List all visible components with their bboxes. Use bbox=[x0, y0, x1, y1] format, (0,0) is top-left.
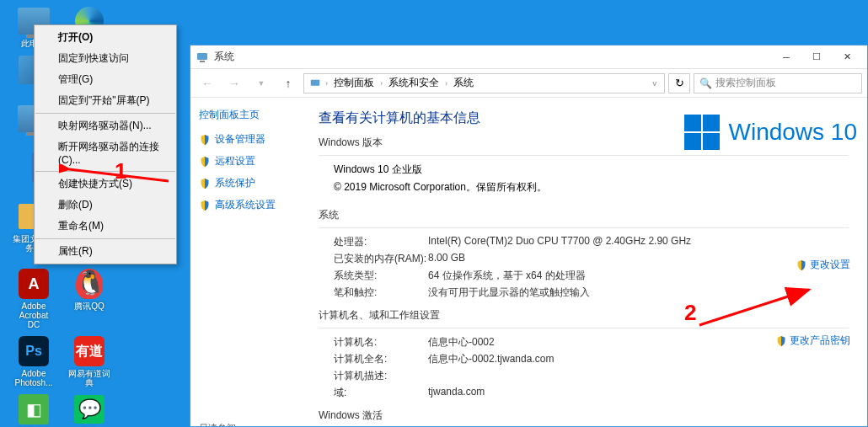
menu-item[interactable]: 删除(D) bbox=[35, 195, 176, 216]
change-settings-link[interactable]: 更改设置 bbox=[796, 258, 850, 272]
info-row: 处理器:Intel(R) Core(TM)2 Duo CPU T7700 @ 2… bbox=[334, 235, 849, 249]
separator bbox=[35, 238, 175, 239]
section-computer-name: 计算机名、域和工作组设置 bbox=[319, 308, 849, 323]
address-bar[interactable]: › 控制面板 › 系统和安全 › 系统 v bbox=[303, 73, 665, 93]
menu-item[interactable]: 创建快捷方式(S) bbox=[35, 173, 176, 195]
qq-icon bbox=[72, 267, 106, 301]
menu-item[interactable]: 属性(R) bbox=[35, 241, 176, 262]
nav-link[interactable]: 设备管理器 bbox=[199, 132, 292, 147]
breadcrumb-seg[interactable]: 系统 bbox=[452, 76, 475, 90]
svg-rect-0 bbox=[197, 53, 207, 60]
minimize-button[interactable]: ─ bbox=[771, 47, 801, 67]
refresh-button[interactable]: ↻ bbox=[668, 73, 690, 93]
shield-icon bbox=[775, 335, 787, 347]
separator bbox=[35, 113, 175, 114]
info-row: 计算机全名:信息中心-0002.tjwanda.com bbox=[334, 352, 849, 366]
close-button[interactable]: ✕ bbox=[832, 47, 862, 67]
menu-item[interactable]: 映射网络驱动器(N)... bbox=[35, 115, 176, 136]
content-area: 查看有关计算机的基本信息 Windows 版本 Windows 10 企业版 ©… bbox=[300, 98, 867, 426]
windows-logo-text: Windows 10 bbox=[728, 119, 857, 146]
icon-label: Adobe Acrobat DC bbox=[13, 302, 55, 329]
ps-icon: Ps bbox=[17, 334, 51, 368]
shield-icon bbox=[199, 200, 211, 211]
search-icon: 🔍 bbox=[699, 77, 712, 89]
info-row: 笔和触控:没有可用于此显示器的笔或触控输入 bbox=[334, 286, 849, 300]
search-placeholder: 搜索控制面板 bbox=[715, 76, 776, 90]
breadcrumb-seg[interactable]: 控制面板 bbox=[332, 76, 376, 90]
window-title: 系统 bbox=[214, 50, 771, 64]
menu-item[interactable]: 固定到快速访问 bbox=[35, 48, 176, 69]
shield-icon bbox=[199, 134, 211, 146]
dropdown-icon[interactable]: v bbox=[651, 79, 660, 88]
system-icon bbox=[196, 51, 209, 64]
windows-logo: Windows 10 bbox=[684, 115, 857, 150]
nav-link[interactable]: 远程设置 bbox=[199, 154, 292, 168]
shield-icon bbox=[796, 259, 807, 271]
icon-label: Adobe Photosh... bbox=[13, 369, 55, 387]
shield-icon bbox=[199, 178, 211, 189]
section-activation: Windows 激活 bbox=[319, 408, 849, 423]
desktop-icon[interactable]: 有道网易有道词典 bbox=[68, 334, 110, 387]
shield-icon bbox=[199, 156, 211, 168]
section-system: 系统 bbox=[319, 208, 849, 222]
menu-item[interactable]: 固定到"开始"屏幕(P) bbox=[35, 90, 176, 111]
toolbar: ← → ▼ ↑ › 控制面板 › 系统和安全 › 系统 v ↻ 🔍 搜索控制面板 bbox=[190, 69, 867, 98]
yd-icon: 有道 bbox=[72, 334, 106, 368]
window-body: 控制面板主页 设备管理器远程设置系统保护高级系统设置 另请参阅 安全和维护 查看… bbox=[190, 98, 867, 426]
desktop-icon[interactable]: PsAdobe Photosh... bbox=[13, 334, 55, 387]
icon-label: 网易有道词典 bbox=[68, 369, 110, 387]
nav-link[interactable]: 高级系统设置 bbox=[199, 198, 292, 212]
info-row: 域:tjwanda.com bbox=[334, 386, 849, 400]
wx-icon: 💬 bbox=[72, 392, 106, 426]
search-input[interactable]: 🔍 搜索控制面板 bbox=[694, 73, 862, 93]
change-product-key-link[interactable]: 更改产品密钥 bbox=[775, 334, 850, 348]
menu-item[interactable]: 打开(O) bbox=[35, 27, 176, 48]
copyright: © 2019 Microsoft Corporation。保留所有权利。 bbox=[334, 180, 849, 195]
system-icon bbox=[309, 77, 321, 89]
history-dropdown[interactable]: ▼ bbox=[249, 72, 273, 94]
up-button[interactable]: ↑ bbox=[276, 72, 300, 94]
menu-item[interactable]: 管理(G) bbox=[35, 69, 176, 90]
breadcrumb-seg[interactable]: 系统和安全 bbox=[387, 76, 441, 90]
back-button[interactable]: ← bbox=[196, 72, 219, 94]
context-menu: 打开(O)固定到快速访问管理(G)固定到"开始"屏幕(P)映射网络驱动器(N).… bbox=[34, 24, 177, 264]
svg-rect-2 bbox=[311, 79, 320, 85]
info-row: 已安装的内存(RAM):8.00 GB bbox=[334, 252, 849, 266]
windows-edition: Windows 10 企业版 bbox=[334, 163, 849, 177]
info-row: 系统类型:64 位操作系统，基于 x64 的处理器 bbox=[334, 269, 849, 283]
menu-item[interactable]: 断开网络驱动器的连接(C)... bbox=[35, 136, 176, 169]
desktop-icon[interactable]: 💬微信 bbox=[68, 392, 110, 427]
menu-item[interactable]: 重命名(M) bbox=[35, 216, 176, 237]
maximize-button[interactable]: ☐ bbox=[801, 47, 832, 67]
desktop-icon[interactable]: ◧CAD迷你看图 bbox=[13, 392, 55, 427]
desktop-icon[interactable]: AAdobe Acrobat DC bbox=[13, 267, 55, 329]
titlebar[interactable]: 系统 ─ ☐ ✕ bbox=[190, 45, 867, 69]
info-row: 计算机名:信息中心-0002 bbox=[334, 335, 849, 350]
forward-button[interactable]: → bbox=[222, 72, 246, 94]
cpl-home-link[interactable]: 控制面板主页 bbox=[199, 108, 292, 122]
see-also-title: 另请参阅 bbox=[199, 422, 292, 426]
svg-rect-1 bbox=[200, 61, 205, 62]
cad-icon: ◧ bbox=[17, 392, 51, 426]
desktop-icon[interactable]: 腾讯QQ bbox=[68, 267, 110, 329]
nav-link[interactable]: 系统保护 bbox=[199, 176, 292, 190]
info-row: 计算机描述: bbox=[334, 369, 849, 383]
icon-label: 腾讯QQ bbox=[74, 302, 104, 311]
system-window: 系统 ─ ☐ ✕ ← → ▼ ↑ › 控制面板 › 系统和安全 › 系统 v ↻… bbox=[190, 45, 868, 427]
side-nav: 控制面板主页 设备管理器远程设置系统保护高级系统设置 另请参阅 安全和维护 bbox=[190, 98, 300, 426]
separator bbox=[35, 171, 175, 172]
pdf-icon: A bbox=[17, 267, 51, 301]
